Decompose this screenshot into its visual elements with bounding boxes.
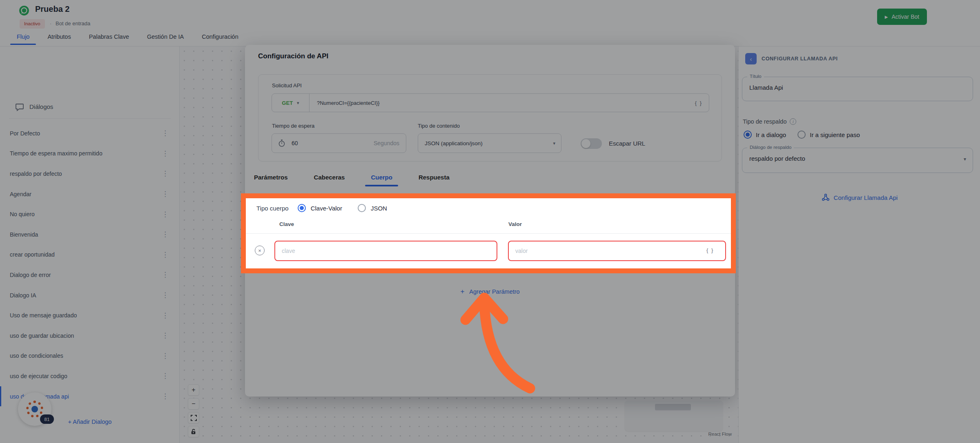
body-type-label: Tipo cuerpo	[256, 205, 289, 212]
variables-icon[interactable]: { }	[706, 247, 714, 253]
remove-row-button[interactable]: ×	[255, 246, 265, 255]
radio-json[interactable]	[358, 204, 366, 212]
tutorial-highlight-box: Tipo cuerpo Clave-Valor JSON Clave Valor…	[241, 193, 736, 273]
radio-key-value-label[interactable]: Clave-Valor	[311, 205, 342, 212]
column-header-key: Clave	[279, 221, 294, 227]
body-type-row: Tipo cuerpo Clave-Valor JSON	[256, 204, 398, 212]
radio-key-value[interactable]	[298, 204, 306, 212]
columns-divider	[246, 233, 731, 234]
value-input[interactable]	[508, 241, 726, 261]
key-input[interactable]	[274, 241, 497, 261]
column-header-value: Valor	[508, 221, 522, 227]
radio-json-label[interactable]: JSON	[371, 205, 387, 212]
